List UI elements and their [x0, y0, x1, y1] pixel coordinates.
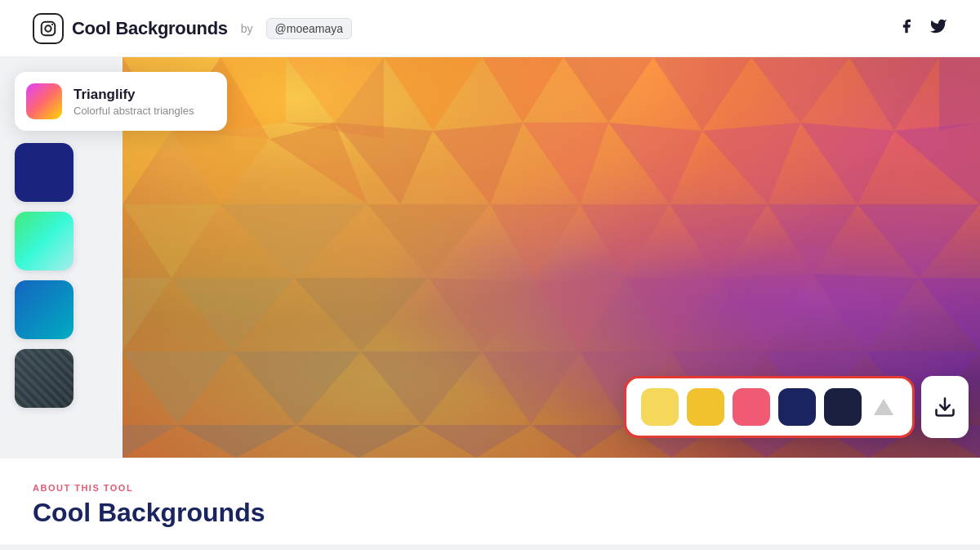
svg-marker-30	[670, 204, 768, 278]
sidebar-item-gradient-teal[interactable]	[15, 280, 74, 339]
selected-card-info: Trianglify Colorful abstract triangles	[74, 87, 194, 117]
sidebar-items	[15, 143, 74, 408]
palette-swatch-2[interactable]	[687, 388, 724, 426]
svg-marker-16	[172, 131, 270, 204]
svg-marker-11	[653, 57, 751, 131]
palette-bar	[624, 376, 915, 438]
svg-marker-26	[220, 204, 368, 278]
header-left: Cool Backgrounds by @moeamaya	[33, 13, 352, 44]
svg-marker-51	[177, 425, 296, 458]
svg-marker-32	[858, 204, 980, 278]
selected-card[interactable]: Trianglify Colorful abstract triangles	[15, 72, 227, 131]
svg-marker-21	[608, 123, 702, 204]
download-button[interactable]	[921, 376, 969, 438]
triangle-icon	[874, 399, 893, 415]
palette-swatch-1[interactable]	[641, 388, 679, 426]
svg-marker-44	[361, 351, 482, 425]
svg-marker-23	[800, 123, 894, 204]
svg-marker-53	[421, 425, 531, 458]
svg-marker-28	[490, 204, 580, 282]
author-tag[interactable]: @moeamaya	[266, 18, 352, 39]
palette-triangle-button[interactable]	[870, 393, 898, 421]
svg-marker-43	[233, 351, 361, 425]
svg-marker-54	[531, 425, 626, 458]
svg-marker-50	[122, 425, 177, 458]
selected-card-subtitle: Colorful abstract triangles	[74, 105, 194, 117]
about-title: Cool Backgrounds	[33, 498, 947, 528]
header: Cool Backgrounds by @moeamaya	[0, 0, 980, 57]
svg-marker-19	[433, 123, 523, 204]
sidebar-item-solid-blue[interactable]	[15, 143, 74, 202]
sidebar-item-gradient-green[interactable]	[15, 212, 74, 271]
svg-marker-38	[625, 278, 719, 351]
header-social	[898, 17, 947, 39]
svg-marker-8	[384, 57, 482, 131]
app-title: Cool Backgrounds	[72, 18, 228, 39]
sidebar-item-dark-pattern[interactable]	[15, 349, 74, 408]
svg-marker-27	[368, 204, 490, 278]
twitter-icon[interactable]	[929, 17, 947, 39]
svg-marker-25	[122, 204, 220, 278]
palette-swatch-4[interactable]	[778, 388, 816, 426]
svg-marker-42	[122, 351, 233, 425]
download-icon	[933, 396, 956, 418]
by-label: by	[241, 22, 253, 35]
svg-marker-10	[564, 57, 653, 123]
svg-marker-12	[751, 57, 849, 123]
svg-marker-37	[535, 278, 625, 351]
logo-icon	[33, 13, 64, 44]
svg-marker-14	[939, 57, 980, 131]
selected-card-thumbnail	[26, 83, 62, 119]
svg-marker-20	[523, 123, 608, 204]
svg-marker-41	[919, 278, 980, 351]
svg-marker-15	[122, 131, 172, 204]
palette-swatch-5[interactable]	[824, 388, 862, 426]
svg-marker-29	[580, 204, 670, 278]
selected-card-title: Trianglify	[74, 87, 194, 103]
svg-marker-45	[482, 351, 580, 425]
svg-marker-31	[768, 204, 858, 274]
bottom-section: ABOUT THIS TOOL Cool Backgrounds	[0, 458, 980, 544]
svg-marker-52	[296, 425, 421, 458]
svg-point-2	[51, 23, 53, 25]
svg-marker-22	[702, 123, 800, 204]
about-label: ABOUT THIS TOOL	[33, 483, 947, 493]
svg-marker-24	[894, 123, 980, 204]
svg-marker-9	[482, 57, 564, 123]
svg-point-1	[45, 25, 51, 31]
svg-marker-34	[172, 278, 294, 351]
svg-marker-33	[122, 278, 172, 351]
palette-swatch-3[interactable]	[733, 388, 770, 426]
main-area: Trianglify Colorful abstract triangles	[0, 57, 980, 458]
svg-marker-40	[813, 274, 919, 351]
svg-marker-35	[294, 278, 429, 351]
svg-marker-36	[429, 278, 535, 351]
facebook-icon[interactable]	[898, 18, 915, 38]
svg-marker-13	[849, 57, 939, 131]
svg-marker-39	[719, 274, 813, 351]
